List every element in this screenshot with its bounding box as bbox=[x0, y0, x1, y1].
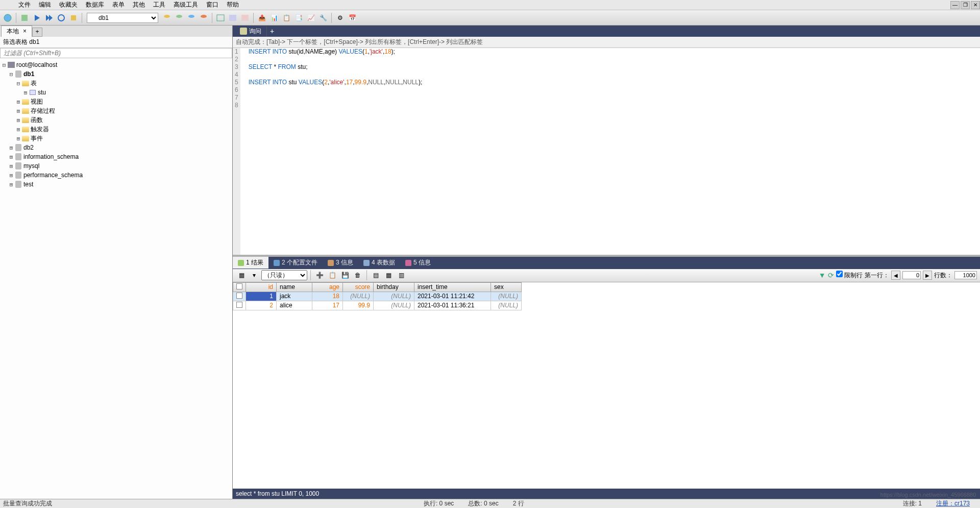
close-icon[interactable]: × bbox=[23, 28, 27, 35]
cell[interactable]: 1 bbox=[246, 292, 277, 301]
sql-editor[interactable]: 1 2 3 4 5 6 7 8 INSERT INTO stu(id,NAME,… bbox=[233, 48, 980, 255]
table-icon-2[interactable] bbox=[227, 12, 238, 23]
table-row[interactable]: 1 jack 18 (NULL) (NULL) 2021-03-01 11:21… bbox=[233, 292, 522, 301]
tree-server[interactable]: root@localhost bbox=[16, 61, 57, 68]
execute-icon[interactable] bbox=[31, 12, 42, 23]
minimize-button[interactable]: — bbox=[950, 1, 960, 9]
connection-tab[interactable]: 本地× bbox=[1, 26, 32, 37]
tree-db1[interactable]: db1 bbox=[23, 70, 34, 78]
cell[interactable]: 99.9 bbox=[343, 301, 374, 310]
col-sex[interactable]: sex bbox=[491, 282, 522, 292]
db-icon-1[interactable] bbox=[161, 12, 173, 23]
cell[interactable]: (NULL) bbox=[491, 292, 522, 301]
cell[interactable]: 17 bbox=[312, 301, 343, 310]
expander-icon[interactable]: ⊞ bbox=[8, 144, 14, 151]
expander-icon[interactable]: ⊟ bbox=[1, 62, 7, 68]
menu-edit[interactable]: 编辑 bbox=[35, 0, 55, 10]
col-score[interactable]: score bbox=[343, 282, 374, 292]
database-selector[interactable]: db1 bbox=[87, 13, 158, 23]
col-id[interactable]: id bbox=[246, 282, 277, 292]
result-tab-1[interactable]: 1 结果 bbox=[233, 257, 268, 269]
db-icon-2[interactable] bbox=[174, 12, 185, 23]
table-icon-1[interactable] bbox=[215, 12, 226, 23]
col-age[interactable]: age bbox=[312, 282, 343, 292]
tree-events[interactable]: 事件 bbox=[31, 134, 43, 143]
readonly-select[interactable]: （只读） bbox=[261, 270, 307, 280]
expander-icon[interactable]: ⊞ bbox=[15, 117, 21, 124]
export-icon-5[interactable]: 📈 bbox=[305, 12, 316, 23]
view-icon-3[interactable]: ▥ bbox=[396, 270, 407, 281]
menu-database[interactable]: 数据库 bbox=[82, 0, 108, 10]
result-tab-4[interactable]: 4 表数据 bbox=[358, 257, 400, 269]
expander-icon[interactable]: ⊞ bbox=[8, 163, 14, 170]
cell[interactable]: 2021-03-01 11:21:42 bbox=[414, 292, 491, 301]
next-page-button[interactable]: ▶ bbox=[923, 271, 932, 280]
menu-table[interactable]: 表单 bbox=[108, 0, 129, 10]
expander-icon[interactable]: ⊞ bbox=[22, 89, 29, 96]
refresh-icon[interactable] bbox=[56, 12, 67, 23]
cell[interactable]: 2021-03-01 11:36:21 bbox=[414, 301, 491, 310]
expander-icon[interactable]: ⊞ bbox=[8, 181, 14, 188]
cell[interactable]: (NULL) bbox=[343, 292, 374, 301]
tree-db[interactable]: test bbox=[23, 181, 33, 188]
expander-icon[interactable]: ⊞ bbox=[15, 108, 21, 114]
export-icon-4[interactable]: 📑 bbox=[293, 12, 304, 23]
cell[interactable]: 18 bbox=[312, 292, 343, 301]
filter-icon[interactable]: ▼ bbox=[819, 271, 826, 279]
menu-help[interactable]: 帮助 bbox=[223, 0, 243, 10]
result-table[interactable]: id name age score birthday insert_time s… bbox=[233, 282, 522, 310]
tree-tables[interactable]: 表 bbox=[31, 79, 37, 88]
tree-db[interactable]: db2 bbox=[23, 144, 34, 151]
status-reg[interactable]: 注册：cr173 bbox=[929, 499, 977, 508]
cell[interactable]: (NULL) bbox=[374, 292, 414, 301]
cell[interactable]: 2 bbox=[246, 301, 277, 310]
menu-advanced[interactable]: 高级工具 bbox=[169, 0, 202, 10]
add-tab-button[interactable]: + bbox=[32, 28, 42, 37]
expander-icon[interactable]: ⊞ bbox=[8, 172, 14, 179]
tree-db[interactable]: performance_schema bbox=[23, 172, 83, 179]
query-tab[interactable]: 询问 bbox=[235, 26, 267, 37]
result-tab-2[interactable]: 2 个配置文件 bbox=[268, 257, 323, 269]
menu-favorites[interactable]: 收藏夹 bbox=[55, 0, 82, 10]
new-connection-icon[interactable] bbox=[2, 12, 13, 23]
table-row[interactable]: 2 alice 17 99.9 (NULL) 2021-03-01 11:36:… bbox=[233, 301, 522, 310]
table-icon-3[interactable] bbox=[239, 12, 251, 23]
object-tree[interactable]: ⊟root@localhost ⊟db1 ⊟表 ⊞stu ⊞视图 ⊞存储过程 ⊞… bbox=[0, 58, 232, 499]
misc-icon-1[interactable]: ⚙ bbox=[334, 12, 346, 23]
tree-db[interactable]: mysql bbox=[23, 162, 39, 170]
prev-page-button[interactable]: ◀ bbox=[891, 271, 900, 280]
first-row-input[interactable] bbox=[902, 271, 921, 279]
maximize-button[interactable]: ❐ bbox=[961, 1, 970, 9]
tree-triggers[interactable]: 触发器 bbox=[31, 125, 49, 134]
refresh-result-icon[interactable]: ⟳ bbox=[828, 271, 834, 279]
add-query-tab-button[interactable]: + bbox=[267, 27, 277, 35]
expander-icon[interactable]: ⊞ bbox=[15, 135, 21, 142]
expander-icon[interactable]: ⊞ bbox=[15, 126, 21, 133]
misc-icon-2[interactable]: 📅 bbox=[347, 12, 358, 23]
new-query-icon[interactable] bbox=[19, 12, 30, 23]
expander-icon[interactable]: ⊞ bbox=[15, 99, 21, 105]
checkbox[interactable] bbox=[236, 293, 242, 299]
db-icon-4[interactable] bbox=[198, 12, 209, 23]
menu-tools[interactable]: 工具 bbox=[149, 0, 169, 10]
result-tab-3[interactable]: 3 信息 bbox=[323, 257, 358, 269]
sql-code[interactable]: INSERT INTO stu(id,NAME,age) VALUES(1,'j… bbox=[240, 48, 426, 255]
rows-input[interactable] bbox=[954, 271, 977, 279]
grid-icon[interactable]: ▦ bbox=[236, 270, 247, 281]
menu-other[interactable]: 其他 bbox=[129, 0, 149, 10]
tree-funcs[interactable]: 函数 bbox=[31, 116, 43, 125]
tree-views[interactable]: 视图 bbox=[31, 98, 43, 106]
export-icon-2[interactable]: 📊 bbox=[268, 12, 280, 23]
copy-row-icon[interactable]: 📋 bbox=[327, 270, 338, 281]
db-icon-3[interactable] bbox=[186, 12, 197, 23]
tree-procs[interactable]: 存储过程 bbox=[31, 107, 55, 115]
limit-checkbox[interactable]: 限制行 bbox=[836, 271, 863, 280]
checkbox[interactable] bbox=[236, 302, 242, 308]
cell[interactable]: (NULL) bbox=[491, 301, 522, 310]
menu-file[interactable]: 文件 bbox=[14, 0, 35, 10]
col-birthday[interactable]: birthday bbox=[374, 282, 414, 292]
tree-table-stu[interactable]: stu bbox=[38, 89, 46, 96]
cell[interactable]: alice bbox=[277, 301, 312, 310]
execute-all-icon[interactable] bbox=[43, 12, 55, 23]
col-name[interactable]: name bbox=[277, 282, 312, 292]
